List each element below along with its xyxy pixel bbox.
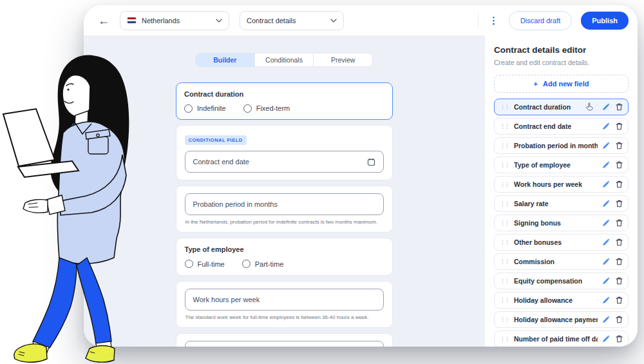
field-row-label: Number of paid time off days — [514, 335, 598, 343]
drag-handle-icon[interactable]: ⋮⋮ — [500, 201, 509, 207]
contract-end-date-input[interactable]: Contract end date — [185, 151, 384, 173]
field-row-probation-period[interactable]: ⋮⋮ Probation period in months — [494, 137, 629, 154]
drag-handle-icon[interactable]: ⋮⋮ — [500, 336, 509, 342]
field-row-salary-rate[interactable]: ⋮⋮ Salary rate — [494, 195, 629, 212]
more-options-icon[interactable]: ⋮ — [488, 15, 500, 26]
field-row-label: Work hours per week — [514, 180, 582, 188]
edit-field-icon[interactable] — [602, 142, 610, 149]
field-row-equity-compensation[interactable]: ⋮⋮ Equity compensation — [494, 273, 629, 289]
chevron-down-icon — [216, 19, 222, 23]
drag-handle-icon[interactable]: ⋮⋮ — [500, 220, 509, 226]
template-select-value: Contract details — [247, 17, 325, 24]
drag-handle-icon[interactable]: ⋮⋮ — [500, 278, 509, 284]
field-row-label: Holiday allowance payment fre... — [514, 316, 598, 323]
drag-handle-icon[interactable]: ⋮⋮ — [500, 317, 509, 323]
drag-handle-icon[interactable]: ⋮⋮ — [500, 259, 509, 265]
card-type-of-employee[interactable]: Type of employee Full-time Part-time — [176, 238, 393, 276]
field-row-label: Commission — [514, 258, 554, 265]
field-row-commission[interactable]: ⋮⋮ Commission — [494, 253, 629, 270]
drag-handle-icon[interactable]: ⋮⋮ — [500, 240, 509, 245]
top-toolbar: ← Netherlands Contract details ⋮ D — [84, 5, 638, 35]
edit-field-icon[interactable] — [602, 296, 610, 304]
delete-field-icon[interactable] — [616, 200, 623, 207]
delete-field-icon[interactable] — [616, 103, 623, 111]
field-row-holiday-allowance-frequency[interactable]: ⋮⋮ Holiday allowance payment fre... — [494, 311, 629, 328]
delete-field-icon[interactable] — [616, 277, 623, 285]
template-select[interactable]: Contract details — [240, 11, 344, 30]
add-new-field-button[interactable]: + Add new field — [494, 75, 629, 93]
page: ← Netherlands Contract details ⋮ D — [0, 0, 644, 364]
app-window: ← Netherlands Contract details ⋮ D — [84, 5, 638, 347]
card-contract-end-date[interactable]: CONDITIONAL FIELD Contract end date — [176, 125, 393, 180]
field-row-signing-bonus[interactable]: ⋮⋮ Signing bonus — [494, 215, 629, 231]
edit-field-icon[interactable] — [602, 180, 610, 188]
conditional-field-badge: CONDITIONAL FIELD — [185, 135, 247, 145]
card-probation-period[interactable]: In the Netherlands, probation period for… — [176, 186, 393, 233]
plus-icon: + — [534, 80, 538, 88]
edit-field-icon[interactable] — [602, 316, 610, 323]
field-row-contract-duration[interactable]: ⋮⋮ Contract duration — [494, 99, 629, 115]
edit-field-icon[interactable] — [602, 238, 610, 246]
drag-handle-icon[interactable]: ⋮⋮ — [500, 298, 509, 303]
drag-handle-icon[interactable]: ⋮⋮ — [500, 162, 509, 168]
field-row-label: Contract end date — [514, 122, 571, 130]
delete-field-icon[interactable] — [616, 142, 623, 149]
salary-rate-select[interactable]: Salary rate — [185, 341, 384, 347]
delete-field-icon[interactable] — [616, 296, 623, 304]
edit-field-icon[interactable] — [602, 258, 610, 265]
country-select-value: Netherlands — [142, 17, 211, 24]
edit-field-icon[interactable] — [602, 219, 610, 227]
delete-field-icon[interactable] — [616, 258, 623, 265]
delete-field-icon[interactable] — [616, 238, 623, 246]
delete-field-icon[interactable] — [616, 161, 623, 169]
edit-field-icon[interactable] — [602, 200, 610, 207]
delete-field-icon[interactable] — [616, 180, 623, 188]
edit-field-icon[interactable] — [602, 335, 610, 343]
edit-field-icon[interactable] — [602, 161, 610, 169]
card-work-hours[interactable]: The standard work week for full-time emp… — [176, 281, 393, 328]
radio-circle-icon — [242, 260, 251, 268]
card-salary-rate[interactable]: Salary rate — [176, 333, 393, 347]
tab-builder[interactable]: Builder — [196, 53, 255, 66]
edit-field-icon[interactable] — [602, 277, 610, 285]
field-row-holiday-allowance[interactable]: ⋮⋮ Holiday allowance — [494, 292, 629, 309]
tab-conditionals[interactable]: Conditionals — [255, 53, 314, 66]
delete-field-icon[interactable] — [616, 316, 623, 323]
publish-button[interactable]: Publish — [581, 12, 629, 30]
drag-handle-icon[interactable]: ⋮⋮ — [500, 104, 509, 110]
radio-fixed-term-label: Fixed-term — [256, 104, 290, 112]
delete-field-icon[interactable] — [616, 335, 623, 343]
tab-preview[interactable]: Preview — [314, 53, 372, 66]
delete-field-icon[interactable] — [616, 219, 623, 227]
radio-indefinite[interactable]: Indefinite — [184, 104, 226, 113]
card-contract-duration[interactable]: Contract duration Indefinite Fixed-term — [176, 82, 393, 120]
sidebar-title: Contract details editor — [494, 45, 629, 55]
field-row-work-hours[interactable]: ⋮⋮ Work hours per week — [494, 176, 629, 193]
country-select[interactable]: Netherlands — [120, 11, 229, 30]
probation-period-input[interactable] — [185, 193, 384, 215]
drag-handle-icon[interactable]: ⋮⋮ — [500, 143, 509, 149]
contract-end-date-placeholder: Contract end date — [193, 158, 249, 166]
field-row-label: Contract duration — [514, 103, 571, 111]
edit-field-icon[interactable] — [602, 103, 610, 111]
toolbar-divider — [478, 13, 478, 28]
radio-fixed-term[interactable]: Fixed-term — [243, 104, 290, 113]
field-row-other-bonuses[interactable]: ⋮⋮ Other bonuses — [494, 234, 629, 251]
radio-part-time[interactable]: Part-time — [242, 260, 284, 268]
field-row-label: Equity compensation — [514, 277, 582, 285]
field-row-type-of-employee[interactable]: ⋮⋮ Type of employee — [494, 157, 629, 173]
drag-handle-icon[interactable]: ⋮⋮ — [500, 182, 509, 187]
calendar-icon[interactable] — [367, 158, 375, 166]
field-row-label: Type of employee — [514, 161, 571, 169]
work-hours-input[interactable] — [185, 289, 384, 311]
drag-handle-icon[interactable]: ⋮⋮ — [500, 124, 509, 129]
delete-field-icon[interactable] — [616, 122, 623, 130]
field-list: ⋮⋮ Contract duration — [494, 99, 629, 347]
field-row-paid-time-off[interactable]: ⋮⋮ Number of paid time off days — [494, 330, 629, 347]
type-of-employee-options: Full-time Part-time — [185, 260, 384, 268]
back-arrow-icon[interactable]: ← — [98, 15, 109, 26]
field-row-contract-end-date[interactable]: ⋮⋮ Contract end date — [494, 118, 629, 135]
edit-field-icon[interactable] — [602, 122, 610, 130]
radio-full-time[interactable]: Full-time — [185, 260, 225, 268]
discard-draft-button[interactable]: Discard draft — [509, 11, 572, 30]
